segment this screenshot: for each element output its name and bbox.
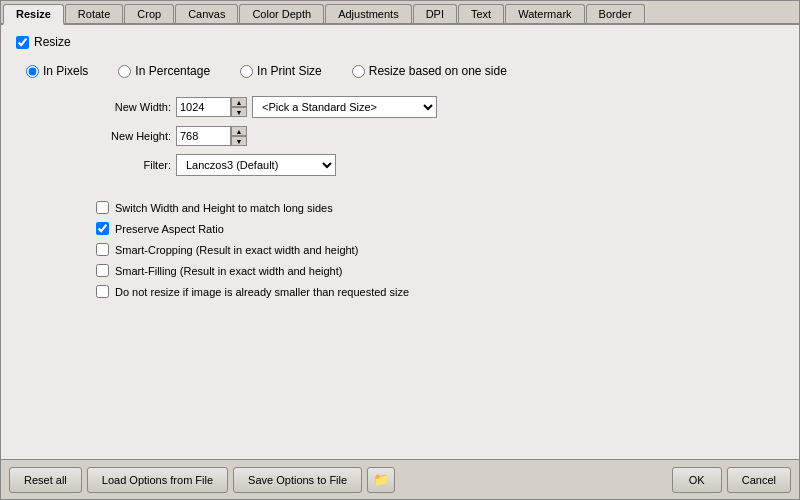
radio-input-percentage[interactable] (118, 65, 131, 78)
radio-label-print: In Print Size (257, 64, 322, 78)
option-checkbox-row-3: Smart-Filling (Result in exact width and… (96, 264, 784, 277)
option-label-3: Smart-Filling (Result in exact width and… (115, 265, 342, 277)
option-checkbox-3[interactable] (96, 264, 109, 277)
filter-label: Filter: (96, 159, 171, 171)
tab-adjustments[interactable]: Adjustments (325, 4, 412, 23)
option-label-4: Do not resize if image is already smalle… (115, 286, 409, 298)
option-checkbox-4[interactable] (96, 285, 109, 298)
tab-rotate[interactable]: Rotate (65, 4, 123, 23)
tab-canvas[interactable]: Canvas (175, 4, 238, 23)
bottom-bar: Reset all Load Options from File Save Op… (1, 459, 799, 499)
reset-all-button[interactable]: Reset all (9, 467, 82, 493)
radio-input-pixels[interactable] (26, 65, 39, 78)
ok-button[interactable]: OK (672, 467, 722, 493)
radio-print[interactable]: In Print Size (240, 64, 322, 78)
cancel-button[interactable]: Cancel (727, 467, 791, 493)
standard-size-dropdown[interactable]: <Pick a Standard Size>800x6001024x768128… (252, 96, 437, 118)
folder-icon-button[interactable]: 📁 (367, 467, 395, 493)
tab-watermark[interactable]: Watermark (505, 4, 584, 23)
option-label-1: Preserve Aspect Ratio (115, 223, 224, 235)
option-checkbox-row-1: Preserve Aspect Ratio (96, 222, 784, 235)
resize-enable-row: Resize (16, 35, 784, 49)
height-up-btn[interactable]: ▲ (231, 126, 247, 136)
radio-input-print[interactable] (240, 65, 253, 78)
width-input[interactable] (176, 97, 231, 117)
option-checkbox-row-0: Switch Width and Height to match long si… (96, 201, 784, 214)
tab-bar: ResizeRotateCropCanvasColor DepthAdjustm… (1, 1, 799, 25)
tab-color-depth[interactable]: Color Depth (239, 4, 324, 23)
radio-one_side[interactable]: Resize based on one side (352, 64, 507, 78)
height-input[interactable] (176, 126, 231, 146)
height-input-group: ▲ ▼ (176, 126, 247, 146)
save-options-button[interactable]: Save Options to File (233, 467, 362, 493)
tab-resize[interactable]: Resize (3, 4, 64, 25)
resize-enable-checkbox[interactable] (16, 36, 29, 49)
option-checkbox-1[interactable] (96, 222, 109, 235)
filter-row: Filter: Lanczos3 (Default)BicubicBilinea… (96, 154, 784, 176)
radio-label-percentage: In Percentage (135, 64, 210, 78)
width-input-group: ▲ ▼ (176, 97, 247, 117)
tab-crop[interactable]: Crop (124, 4, 174, 23)
tab-border[interactable]: Border (586, 4, 645, 23)
option-label-2: Smart-Cropping (Result in exact width an… (115, 244, 358, 256)
width-up-btn[interactable]: ▲ (231, 97, 247, 107)
option-label-0: Switch Width and Height to match long si… (115, 202, 333, 214)
radio-label-pixels: In Pixels (43, 64, 88, 78)
main-window: ResizeRotateCropCanvasColor DepthAdjustm… (0, 0, 800, 500)
radio-input-one_side[interactable] (352, 65, 365, 78)
height-spinner: ▲ ▼ (231, 126, 247, 146)
resize-enable-label: Resize (34, 35, 71, 49)
option-checkbox-row-4: Do not resize if image is already smalle… (96, 285, 784, 298)
width-row: New Width: ▲ ▼ <Pick a Standard Size>800… (96, 96, 784, 118)
height-row: New Height: ▲ ▼ (96, 126, 784, 146)
folder-icon: 📁 (373, 472, 389, 487)
load-options-button[interactable]: Load Options from File (87, 467, 228, 493)
tab-text[interactable]: Text (458, 4, 504, 23)
resize-mode-radio-group: In PixelsIn PercentageIn Print SizeResiz… (16, 64, 784, 78)
width-spinner: ▲ ▼ (231, 97, 247, 117)
content-area: Resize In PixelsIn PercentageIn Print Si… (1, 25, 799, 459)
height-label: New Height: (96, 130, 171, 142)
option-checkbox-0[interactable] (96, 201, 109, 214)
filter-dropdown[interactable]: Lanczos3 (Default)BicubicBilinearBoxNear… (176, 154, 336, 176)
radio-label-one_side: Resize based on one side (369, 64, 507, 78)
radio-pixels[interactable]: In Pixels (26, 64, 88, 78)
dimensions-section: New Width: ▲ ▼ <Pick a Standard Size>800… (16, 96, 784, 184)
height-down-btn[interactable]: ▼ (231, 136, 247, 146)
tab-dpi[interactable]: DPI (413, 4, 457, 23)
option-checkbox-row-2: Smart-Cropping (Result in exact width an… (96, 243, 784, 256)
option-checkbox-2[interactable] (96, 243, 109, 256)
width-label: New Width: (96, 101, 171, 113)
radio-percentage[interactable]: In Percentage (118, 64, 210, 78)
options-section: Switch Width and Height to match long si… (16, 201, 784, 298)
width-down-btn[interactable]: ▼ (231, 107, 247, 117)
